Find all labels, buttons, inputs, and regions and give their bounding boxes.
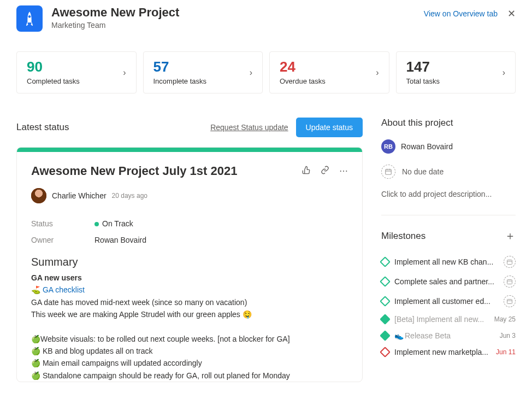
post-title: Awesome New Project July 1st 2021 <box>31 164 302 178</box>
stat-completed-label: Completed tasks <box>27 77 80 85</box>
add-milestone-button[interactable]: ＋ <box>505 229 516 243</box>
calendar-icon[interactable] <box>504 256 516 268</box>
post-timestamp: 20 days ago <box>112 192 147 200</box>
update-status-button[interactable]: Update status <box>296 118 363 137</box>
author-avatar[interactable] <box>31 188 46 203</box>
due-date-field[interactable]: No due date <box>381 165 516 179</box>
svg-point-0 <box>28 15 31 18</box>
author-name[interactable]: Charlie Whicher <box>52 191 107 200</box>
post-body: GA new users ⛳ GA checklist GA date has … <box>31 272 348 382</box>
owner-value: Rowan Bovaird <box>94 236 146 244</box>
milestone-status-icon <box>380 296 391 307</box>
copy-link-icon[interactable] <box>321 166 329 177</box>
status-label: Status <box>31 219 94 228</box>
stat-completed-value: 90 <box>27 60 80 74</box>
stat-overdue[interactable]: 24 Overdue tasks › <box>269 51 389 93</box>
about-heading: About this project <box>381 118 516 128</box>
owner-avatar: RB <box>381 139 395 154</box>
status-value: On Track <box>94 219 133 228</box>
stat-total-value: 147 <box>406 60 440 74</box>
svg-rect-2 <box>507 260 512 265</box>
milestone-name: Complete sales and partner... <box>394 277 498 286</box>
milestone-date: Jun 3 <box>500 332 516 339</box>
chevron-right-icon: › <box>250 68 252 78</box>
calendar-icon[interactable] <box>504 295 516 307</box>
close-icon[interactable]: ✕ <box>507 8 516 20</box>
milestone-name: Implement new marketpla... <box>394 348 490 356</box>
owner-label: Owner <box>31 236 94 244</box>
milestone-status-icon <box>380 330 391 341</box>
owner-name: Rowan Bovaird <box>401 142 453 151</box>
milestone-item[interactable]: Complete sales and partner... <box>381 272 516 291</box>
milestone-item[interactable]: 👟Release BetaJun 3 <box>381 327 516 344</box>
request-status-link[interactable]: Request Status update <box>210 123 288 132</box>
team-name: Marketing Team <box>51 21 179 30</box>
stats-row: 90 Completed tasks › 57 Incomplete tasks… <box>16 51 516 93</box>
summary-heading: Summary <box>31 256 348 268</box>
chevron-right-icon: › <box>503 68 505 78</box>
calendar-icon[interactable] <box>504 276 516 288</box>
milestone-date: Jun 11 <box>496 348 516 356</box>
status-card: Awesome New Project July 1st 2021 ⋯ <box>16 147 363 382</box>
milestones-heading: Milestones <box>381 231 425 242</box>
milestone-item[interactable]: Implement new marketpla...Jun 11 <box>381 344 516 360</box>
milestones-list: Implement all new KB chan...Complete sal… <box>381 252 516 360</box>
milestone-item[interactable]: [Beta] Implement all new...May 25 <box>381 311 516 327</box>
milestone-name: Implement all new KB chan... <box>394 257 498 266</box>
project-icon <box>16 5 43 32</box>
milestone-item[interactable]: Implement all new KB chan... <box>381 252 516 272</box>
chevron-right-icon: › <box>376 68 379 78</box>
stat-overdue-label: Overdue tasks <box>280 77 326 85</box>
calendar-icon <box>381 165 395 179</box>
status-stripe <box>17 148 362 152</box>
milestone-name: 👟Release Beta <box>394 331 494 340</box>
svg-rect-3 <box>507 280 512 284</box>
milestone-date: May 25 <box>494 315 516 323</box>
milestone-status-icon <box>380 256 391 267</box>
svg-rect-1 <box>386 169 392 174</box>
milestone-name: Implement all customer ed... <box>394 297 498 306</box>
more-icon[interactable]: ⋯ <box>339 166 348 177</box>
stat-total-label: Total tasks <box>406 77 440 85</box>
latest-status-heading: Latest status <box>16 122 210 133</box>
svg-rect-4 <box>507 300 512 304</box>
project-owner[interactable]: RB Rowan Bovaird <box>381 139 516 154</box>
stat-incomplete[interactable]: 57 Incomplete tasks › <box>143 51 263 93</box>
milestone-name: [Beta] Implement all new... <box>394 315 489 324</box>
stat-overdue-value: 24 <box>280 60 326 74</box>
project-title: Awesome New Project <box>51 5 179 20</box>
chevron-right-icon: › <box>123 68 126 78</box>
stat-total[interactable]: 147 Total tasks › <box>396 51 516 93</box>
overview-tab-link[interactable]: View on Overview tab <box>424 9 498 18</box>
header: Awesome New Project Marketing Team View … <box>16 5 516 32</box>
stat-incomplete-value: 57 <box>153 60 207 74</box>
description-placeholder[interactable]: Click to add project description... <box>381 190 516 198</box>
divider <box>381 215 516 215</box>
milestone-status-icon <box>380 347 391 358</box>
stat-incomplete-label: Incomplete tasks <box>153 77 207 85</box>
like-icon[interactable] <box>302 166 311 177</box>
milestone-status-icon <box>380 276 391 287</box>
milestone-item[interactable]: Implement all customer ed... <box>381 291 516 311</box>
stat-completed[interactable]: 90 Completed tasks › <box>16 51 137 93</box>
milestone-status-icon <box>380 314 391 325</box>
ga-checklist-link[interactable]: ⛳ GA checklist <box>31 285 85 294</box>
